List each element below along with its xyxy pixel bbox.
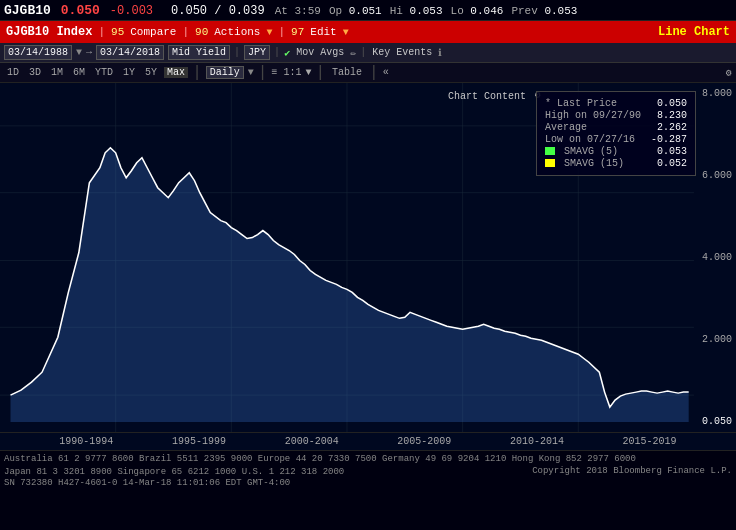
x-label-2010: 2010-2014 — [510, 436, 564, 447]
footer-copyright: Copyright 2018 Bloomberg Finance L.P. — [532, 466, 732, 479]
legend-avg-label: Average — [545, 122, 587, 133]
legend-box: * Last Price 0.050 High on 09/27/90 8.23… — [536, 91, 696, 176]
y-label-4: 4.000 — [702, 252, 732, 263]
x-label-2005: 2005-2009 — [397, 436, 451, 447]
y-axis: 8.000 6.000 4.000 2.000 0.050 — [702, 83, 732, 432]
x-axis-bar: 1990-1994 1995-1999 2000-2004 2005-2009 … — [0, 433, 736, 451]
legend-smavg15-label: SMAVG (15) — [564, 158, 624, 169]
currency-dropdown[interactable]: JPY — [244, 45, 270, 60]
open-val: 0.051 — [349, 5, 382, 17]
y-label-2: 2.000 — [702, 334, 732, 345]
mov-avgs-checkbox[interactable]: ✔ — [284, 47, 290, 59]
x-label-2000: 2000-2004 — [285, 436, 339, 447]
legend-avg-val: 2.262 — [657, 122, 687, 133]
legend-avg: Average 2.262 — [545, 122, 687, 133]
low-label: Lo — [451, 5, 464, 17]
legend-smavg5: SMAVG (5) 0.053 — [545, 146, 687, 157]
prev-item: Prev 0.053 — [511, 5, 577, 17]
legend-low: Low on 07/27/16 -0.287 — [545, 134, 687, 145]
main-price: 0.050 — [61, 3, 100, 18]
freq-dropdown[interactable]: Daily — [206, 66, 244, 79]
edit-button[interactable]: Edit — [310, 26, 336, 38]
period-1m[interactable]: 1M — [48, 67, 66, 78]
header-bar: GJGB10 0.050 -0.003 0.050 / 0.039 At 3:5… — [0, 0, 736, 21]
legend-smavg5-label: SMAVG (5) — [564, 146, 618, 157]
x-label-2015: 2015-2019 — [623, 436, 677, 447]
smavg15-color-box — [545, 159, 555, 167]
edit-num: 97 — [291, 26, 304, 38]
mov-avgs-label[interactable]: Mov Avgs — [294, 47, 346, 58]
prev-val: 0.053 — [544, 5, 577, 17]
legend-low-label: Low on 07/27/16 — [545, 134, 635, 145]
period-3d[interactable]: 3D — [26, 67, 44, 78]
prev-label: Prev — [511, 5, 537, 17]
period-1d[interactable]: 1D — [4, 67, 22, 78]
key-events-label[interactable]: Key Events — [370, 47, 434, 58]
footer: Australia 61 2 9777 8600 Brazil 5511 239… — [0, 451, 736, 493]
legend-last-price-label: * Last Price — [545, 98, 617, 109]
legend-smavg15-val: 0.052 — [657, 158, 687, 169]
actions-num: 90 — [195, 26, 208, 38]
line-chart-label: Line Chart — [658, 25, 730, 39]
toolbar-row: GJGB10 Index | 95 Compare | 90 Actions ▼… — [0, 21, 736, 43]
options-bar: 03/14/1988 ▼ → 03/14/2018 Mid Yield | JP… — [0, 43, 736, 63]
legend-high-label: High on 09/27/90 — [545, 110, 641, 121]
y-label-0: 0.050 — [702, 416, 732, 427]
actions-button[interactable]: Actions — [214, 26, 260, 38]
period-max[interactable]: Max — [164, 67, 188, 78]
legend-high-val: 8.230 — [657, 110, 687, 121]
price-range: 0.050 / 0.039 — [171, 4, 265, 18]
mid-yield-dropdown[interactable]: Mid Yield — [168, 45, 230, 60]
ticker-symbol: GJGB10 — [4, 3, 51, 18]
legend-low-val: -0.287 — [651, 134, 687, 145]
y-label-6: 6.000 — [702, 170, 732, 181]
chart-content-label[interactable]: Chart Content — [448, 91, 526, 102]
low-item: Lo 0.046 — [451, 5, 504, 17]
footer-sn: SN 732380 H427-4601-0 14-Mar-18 11:01:06… — [4, 478, 732, 488]
x-label-1995: 1995-1999 — [172, 436, 226, 447]
legend-last-price: * Last Price 0.050 — [545, 98, 687, 109]
date-to[interactable]: 03/14/2018 — [96, 45, 164, 60]
footer-line2: Japan 81 3 3201 8900 Singapore 65 6212 1… — [4, 466, 344, 479]
y-label-8: 8.000 — [702, 88, 732, 99]
legend-last-price-val: 0.050 — [657, 98, 687, 109]
low-val: 0.046 — [470, 5, 503, 17]
period-5y[interactable]: 5Y — [142, 67, 160, 78]
x-label-1990: 1990-1994 — [59, 436, 113, 447]
period-ytd[interactable]: YTD — [92, 67, 116, 78]
high-label: Hi — [390, 5, 403, 17]
at-time: At 3:59 — [275, 5, 321, 17]
legend-smavg5-val: 0.053 — [657, 146, 687, 157]
price-change: -0.003 — [110, 4, 153, 18]
table-button[interactable]: Table — [329, 67, 365, 78]
period-bar: 1D 3D 1M 6M YTD 1Y 5Y Max | Daily ▼ | ≡ … — [0, 63, 736, 83]
compare-button[interactable]: Compare — [130, 26, 176, 38]
compare-num: 95 — [111, 26, 124, 38]
chart-area: 8.000 6.000 4.000 2.000 0.050 Chart Cont… — [0, 83, 736, 433]
open-label: Op — [329, 5, 342, 17]
ohlc-row: At 3:59 Op 0.051 Hi 0.053 Lo 0.046 Prev … — [275, 5, 578, 17]
date-from[interactable]: 03/14/1988 — [4, 45, 72, 60]
legend-smavg15: SMAVG (15) 0.052 — [545, 158, 687, 169]
period-1y[interactable]: 1Y — [120, 67, 138, 78]
index-label[interactable]: GJGB10 Index — [6, 25, 92, 39]
open-item: Op 0.051 — [329, 5, 382, 17]
footer-line1: Australia 61 2 9777 8600 Brazil 5511 239… — [4, 453, 732, 466]
smavg5-color-box — [545, 147, 555, 155]
svg-marker-10 — [11, 148, 689, 422]
high-val: 0.053 — [410, 5, 443, 17]
period-6m[interactable]: 6M — [70, 67, 88, 78]
high-item: Hi 0.053 — [390, 5, 443, 17]
legend-high: High on 09/27/90 8.230 — [545, 110, 687, 121]
